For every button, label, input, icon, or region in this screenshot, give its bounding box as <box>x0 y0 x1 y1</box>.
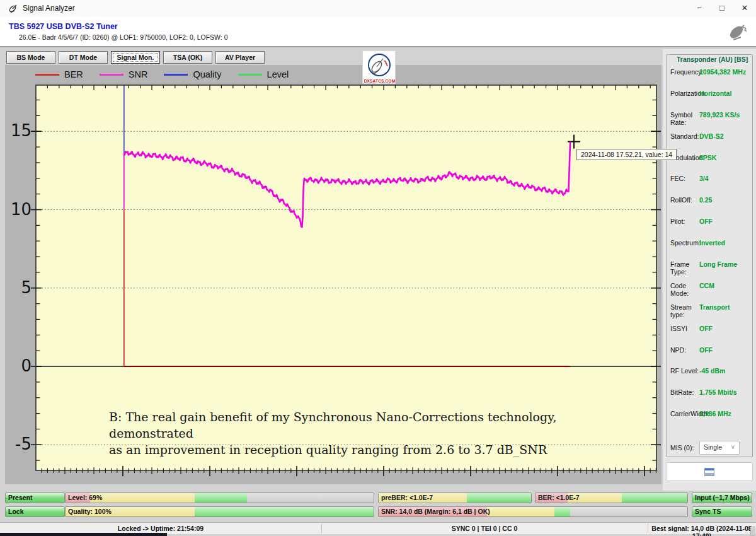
transponder-row-label: Spectrum: <box>670 239 699 247</box>
transponder-row-label: BitRate: <box>670 388 699 396</box>
transponder-row-value: 1,755 Mbit/s <box>699 388 737 396</box>
transponder-panel: Transponder (AU) [BS] Frequency:10954,38… <box>663 49 756 491</box>
bar-label: BER: <1.0E-7 <box>538 494 580 501</box>
status-best-signal: Best signal: 14,0 dB (2024-11-08 17:49) <box>648 525 756 536</box>
background-window-strip <box>0 533 167 536</box>
meter-segment-green <box>622 493 687 503</box>
transponder-row: BitRate:1,755 Mbit/s <box>670 388 750 410</box>
meter-quality: Quality: 100% <box>65 506 374 517</box>
mis-row: MIS (0): Single ∨ <box>670 441 750 455</box>
transponder-row-value: OFF <box>699 346 713 354</box>
tab-tsa-ok-[interactable]: TSA (OK) <box>163 51 212 64</box>
tab-bs-mode[interactable]: BS Mode <box>6 51 55 64</box>
transponder-row-value: Transport <box>699 303 730 311</box>
mis-label: MIS (0): <box>670 444 699 452</box>
close-button[interactable]: ✕ <box>735 2 754 15</box>
indicator-present: Present <box>5 492 65 503</box>
transponder-row-value: 10954,382 MHz <box>699 68 746 76</box>
transponder-row-label: RF Level: <box>670 367 699 375</box>
transponder-groupbox: Transponder (AU) [BS] Frequency:10954,38… <box>666 54 753 457</box>
transponder-row-value: Inverted <box>699 239 725 247</box>
transponder-row: FEC:3/4 <box>670 175 750 196</box>
transponder-row: Frequency:10954,382 MHz <box>670 68 750 90</box>
transponder-row-label: RollOff: <box>670 196 699 204</box>
transponder-row: ISSYIOFF <box>670 325 750 346</box>
transponder-row-label: FEC: <box>670 175 699 182</box>
bar-label: Quality: 100% <box>68 508 112 515</box>
bar-label: Lock <box>8 508 24 515</box>
meter-segment-green <box>467 493 531 503</box>
transponder-row-label: CarrierWidth: <box>670 410 699 417</box>
window-title: Signal Analyzer <box>23 4 75 13</box>
meter-segment-green <box>195 493 247 503</box>
transponder-row-value: Horizontal <box>699 90 731 97</box>
status-divider <box>321 523 322 533</box>
transponder-row-value: 0.25 <box>699 196 712 204</box>
transponder-row-value: Long Frame <box>699 260 737 268</box>
meter-segment-yellow <box>90 493 195 503</box>
header: TBS 5927 USB DVB-S2 Tuner 26.0E - Badr 4… <box>0 16 756 46</box>
title-bar: Signal Analyzer − □ ✕ <box>0 0 756 16</box>
transponder-rows: Frequency:10954,382 MHzPolarization:Hori… <box>670 68 750 431</box>
logo-dish-icon <box>363 51 396 79</box>
transponder-row: Code Mode:CCM <box>670 282 750 303</box>
transponder-row-value: OFF <box>699 325 713 332</box>
maximize-button[interactable]: □ <box>713 2 731 15</box>
meter-segment-green <box>195 507 374 516</box>
meter-segments <box>66 507 374 516</box>
y-axis-label: 0 <box>5 356 32 375</box>
panel-action-button[interactable] <box>666 462 753 481</box>
meter-level: Level: 69% <box>65 492 374 503</box>
chart-panel: BERSNRQualityLevel 151050-5 2024-11-08 1… <box>5 65 662 484</box>
transponder-row-label: Frequency: <box>670 68 699 76</box>
stacked-lines-icon <box>704 468 714 476</box>
app-icon <box>9 4 18 13</box>
bar-label: Input (~1,7 Mbps) <box>695 494 750 501</box>
meter-segment-gray <box>570 507 687 516</box>
y-axis-label: 5 <box>5 278 32 297</box>
transponder-row: CarrierWidth:0,986 MHz <box>670 410 750 431</box>
transponder-row-label: Standard: <box>670 132 699 140</box>
divider <box>0 46 756 47</box>
transponder-row: Polarization:Horizontal <box>670 90 750 111</box>
transponder-row: Modulation:8PSK <box>670 154 750 175</box>
transponder-row-value: 0,986 MHz <box>699 410 731 417</box>
transponder-row-label: ISSYI <box>670 325 699 332</box>
meter-ber: BER: <1.0E-7 <box>535 492 688 503</box>
scrollbar-fragment[interactable] <box>750 527 755 535</box>
bar-label: Level: 69% <box>68 494 102 501</box>
meter-preber: preBER: <1.0E-7 <box>378 492 532 503</box>
dxsatcs-logo: DXSATCS.COM <box>362 50 396 84</box>
annotation-line-2: as an improvement in reception quality r… <box>109 441 638 458</box>
transponder-row: Frame Type:Long Frame <box>670 260 750 282</box>
chart-annotation: B: The real gain benefit of my Synchrono… <box>109 409 638 458</box>
transponder-row: RF Level:-45 dBm <box>670 367 750 388</box>
meter-segment-green <box>554 507 570 516</box>
y-axis-label: 15 <box>5 121 32 140</box>
minimize-button[interactable]: − <box>690 2 709 15</box>
meter-segment-gray <box>247 493 373 503</box>
bar-label: SNR: 14,0 dB (Margin: 6,1 dB | OK) <box>381 508 490 515</box>
annotation-line-1: B: The real gain benefit of my Synchrono… <box>109 409 638 441</box>
transponder-row-label: Symbol Rate: <box>670 111 699 126</box>
y-axis-label: 10 <box>5 200 32 219</box>
tab-av-player[interactable]: AV Player <box>215 51 265 64</box>
y-axis-label: -5 <box>5 434 32 453</box>
transponder-row-label: Frame Type: <box>670 260 699 276</box>
indicator-input-1-7-mbps-: Input (~1,7 Mbps) <box>692 492 752 503</box>
bar-label: preBER: <1.0E-7 <box>381 494 433 501</box>
status-divider <box>648 523 648 533</box>
meter-segments <box>66 493 374 503</box>
transponder-row-value: 3/4 <box>699 175 709 182</box>
status-uptime: Locked -> Uptime: 21:54:09 <box>0 525 321 532</box>
bar-label: Present <box>8 494 33 501</box>
mis-select[interactable]: Single ∨ <box>699 441 740 455</box>
mis-selected-value: Single <box>704 443 722 451</box>
meter-snr: SNR: 14,0 dB (Margin: 6,1 dB | OK) <box>378 506 688 517</box>
transponder-row-value: DVB-S2 <box>699 132 724 140</box>
satellite-dish-icon <box>728 22 748 41</box>
plot-tooltip: 2024-11-08 17.52.21, value: 14 <box>576 149 677 160</box>
device-title: TBS 5927 USB DVB-S2 Tuner <box>9 22 118 31</box>
tab-dt-mode[interactable]: DT Mode <box>59 51 108 64</box>
tab-signal-mon-[interactable]: Signal Mon. <box>111 51 160 64</box>
